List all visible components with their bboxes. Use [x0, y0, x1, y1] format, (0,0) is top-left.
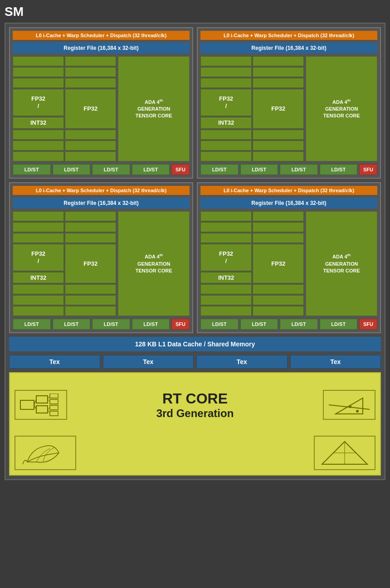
green-cell — [13, 306, 64, 316]
sm-title: SM — [5, 5, 385, 19]
tensor-core-text-2: ADA 4thGENERATIONTENSOR CORE — [323, 98, 360, 120]
triangle-intersect-icon — [327, 394, 372, 416]
fp32-int32-col-2: FP32/ INT32 — [200, 56, 252, 161]
green-cell — [65, 151, 116, 161]
ldst-unit-2: LD/ST — [53, 164, 91, 175]
ldst-unit-8: LD/ST — [320, 164, 358, 175]
fp32-int32-label-2: FP32/ — [200, 89, 252, 116]
tex-unit-4: Tex — [290, 355, 381, 369]
green-cell — [65, 295, 116, 305]
fp32-col-3: FP32 — [65, 211, 116, 316]
fp32-label-3: FP32 — [65, 244, 116, 284]
ldst-unit-13: LD/ST — [200, 319, 239, 330]
ldst-unit-14: LD/ST — [240, 319, 278, 330]
green-cell — [200, 211, 252, 221]
green-cell — [253, 284, 304, 294]
green-cell — [200, 284, 252, 294]
l0-cache-bar-2: L0 i-Cache + Warp Scheduler + Dispatch (… — [200, 31, 377, 40]
rt-icon-box-right-1 — [323, 390, 375, 420]
l0-cache-bar-1: L0 i-Cache + Warp Scheduler + Dispatch (… — [13, 31, 190, 40]
svg-rect-7 — [50, 405, 58, 410]
rt-core-subtitle: 3rd Generation — [105, 407, 285, 420]
compute-two-col-4: FP32/ INT32 FP32 — [200, 211, 304, 316]
rt-icon-box-left-1 — [15, 390, 67, 420]
green-cell — [13, 151, 64, 161]
green-cell — [200, 141, 252, 151]
register-file-bar-3: Register File (16,384 x 32-bit) — [13, 198, 190, 209]
rt-bottom-row — [15, 436, 375, 470]
ldst-unit-16: LD/ST — [320, 319, 358, 330]
mesh-triangle-icon — [317, 439, 372, 467]
sub-sm-1: L0 i-Cache + Warp Scheduler + Dispatch (… — [9, 27, 193, 179]
rt-left-icons — [15, 390, 105, 420]
svg-line-21 — [356, 453, 367, 464]
fp32-int32-col-3: FP32/ INT32 — [13, 211, 64, 316]
green-cell — [200, 151, 252, 161]
main-container: L0 i-Cache + Warp Scheduler + Dispatch (… — [5, 23, 385, 480]
sfu-unit-2: SFU — [359, 164, 377, 175]
green-cell — [200, 233, 252, 243]
ldst-unit-1: LD/ST — [13, 164, 51, 175]
green-cell — [13, 141, 64, 151]
fp32-label-1: FP32 — [65, 89, 116, 129]
compute-left-2: FP32/ INT32 FP32 — [200, 56, 304, 161]
bottom-units-2: LD/ST LD/ST LD/ST LD/ST SFU — [200, 164, 377, 175]
green-cell — [65, 306, 116, 316]
green-cell — [65, 141, 116, 151]
fp32-col-2: FP32 — [253, 56, 304, 161]
green-cell — [253, 211, 304, 221]
green-cell — [200, 130, 252, 140]
fp32-label-4: FP32 — [253, 244, 304, 284]
l1-cache-bar: 128 KB L1 Data Cache / Shared Memory — [9, 337, 381, 351]
ldst-unit-11: LD/ST — [92, 319, 130, 330]
tensor-core-block-4: ADA 4thGENERATIONTENSOR CORE — [306, 211, 377, 316]
green-cell — [13, 67, 64, 77]
green-cell — [65, 130, 116, 140]
fp32-int32-label-4b: INT32 — [200, 272, 252, 284]
ldst-unit-7: LD/ST — [280, 164, 318, 175]
bvh-box-icon — [18, 394, 63, 416]
green-cell — [13, 130, 64, 140]
register-file-bar-4: Register File (16,384 x 32-bit) — [200, 198, 377, 209]
ldst-unit-12: LD/ST — [132, 319, 170, 330]
compute-section-2: FP32/ INT32 FP32 — [200, 56, 377, 161]
green-cell — [65, 211, 116, 221]
tex-unit-3: Tex — [196, 355, 288, 369]
compute-left-4: FP32/ INT32 FP32 — [200, 211, 304, 316]
compute-two-col-2: FP32/ INT32 FP32 — [200, 56, 304, 161]
l0-cache-bar-4: L0 i-Cache + Warp Scheduler + Dispatch (… — [200, 186, 377, 195]
green-cell — [13, 78, 64, 88]
ldst-unit-9: LD/ST — [13, 319, 51, 330]
green-cell — [13, 295, 64, 305]
tensor-core-block-3: ADA 4thGENERATIONTENSOR CORE — [118, 211, 190, 316]
fp32-int32-label-4: FP32/ — [200, 244, 252, 271]
tex-unit-1: Tex — [9, 355, 100, 369]
green-cell — [200, 78, 252, 88]
green-cell — [13, 56, 64, 66]
compute-two-col-1: FP32/ INT32 FP32 — [13, 56, 116, 161]
ldst-unit-3: LD/ST — [92, 164, 130, 175]
fp32-col-1: FP32 — [65, 56, 116, 161]
green-cell — [253, 141, 304, 151]
tensor-core-text-1: ADA 4thGENERATIONTENSOR CORE — [136, 98, 172, 120]
green-cell — [65, 284, 116, 294]
rt-core-section: RT CORE 3rd Generation — [9, 372, 381, 476]
compute-left-1: FP32/ INT32 FP32 — [13, 56, 116, 161]
svg-point-16 — [356, 410, 359, 413]
green-cell — [200, 222, 252, 232]
green-cell — [65, 78, 116, 88]
quad-grid: L0 i-Cache + Warp Scheduler + Dispatch (… — [9, 27, 381, 333]
rt-core-inner: RT CORE 3rd Generation — [15, 378, 375, 432]
green-cell — [200, 67, 252, 77]
green-cell — [13, 211, 64, 221]
fp32-int32-label-3: FP32/ — [13, 244, 64, 271]
register-file-bar-1: Register File (16,384 x 32-bit) — [13, 43, 190, 53]
svg-rect-8 — [50, 411, 58, 416]
svg-rect-5 — [50, 394, 58, 398]
tensor-core-block-1: ADA 4thGENERATIONTENSOR CORE — [118, 56, 190, 161]
l0-cache-bar-3: L0 i-Cache + Warp Scheduler + Dispatch (… — [13, 186, 190, 195]
register-file-bar-2: Register File (16,384 x 32-bit) — [200, 43, 377, 53]
rt-core-title: RT CORE — [105, 390, 285, 407]
svg-rect-2 — [36, 406, 48, 413]
svg-line-20 — [333, 442, 345, 453]
